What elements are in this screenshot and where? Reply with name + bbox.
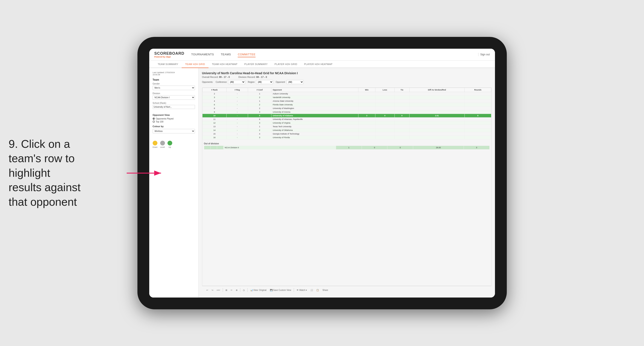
table-cell [464,125,491,128]
radio-opponents-played[interactable]: Opponents Played [153,118,195,120]
tab-team-h2h-heatmap[interactable]: TEAM H2H HEATMAP [208,61,241,68]
region-label: Region [248,81,255,83]
last-updated: Last Updated: 27/03/2024 16:55:38 [153,71,195,76]
table-row[interactable]: 9-3University of Arizona [202,110,491,114]
table-row[interactable]: 11-6University of Arkansas, Fayetteville [202,117,491,121]
gender-label: Gender [153,83,195,85]
nav-items: TOURNAMENTS TEAMS COMMITTEE [191,52,478,57]
table-row[interactable]: 2-1Auburn University [202,92,491,95]
od-win: 1 [336,146,362,149]
od-diff: 26.00 [413,146,464,149]
table-cell: - [226,99,248,103]
od-reg [210,146,217,149]
table-cell [394,128,409,132]
add-button[interactable]: ⊕ [235,289,238,292]
table-cell: - [226,132,248,136]
redo-button[interactable]: ↪ [211,289,214,292]
table-row[interactable]: 3-2Vanderbilt University [202,95,491,99]
table-cell: 3 [202,95,226,99]
nav-committee[interactable]: COMMITTEE [238,52,256,57]
table-row[interactable]: 10-5University of Alabama3002.618 [202,114,491,117]
conference-select[interactable]: (All) [228,80,245,84]
out-of-division-label: Out of division [204,142,490,145]
table-cell [409,103,464,106]
table-row[interactable]: 8-2University of Washington [202,106,491,110]
table-cell [394,95,409,99]
toolbar-div4 [294,288,294,292]
table-cell [464,132,491,136]
table-cell [358,128,375,132]
opponent-view-section: Opponent View Opponents Played Top 100 [153,114,195,123]
table-cell: 2 [248,128,272,132]
table-cell [394,125,409,128]
grid-header: University of North Carolina Head-to-Hea… [202,71,492,86]
nav-tournaments[interactable]: TOURNAMENTS [191,52,214,57]
table-cell: 10 [202,114,226,117]
school-input[interactable] [153,105,195,109]
layout-button[interactable]: ⬜ [310,289,314,292]
table-row[interactable]: 12-3University of Virginia [202,121,491,125]
table-row[interactable]: 14-2University of Oklahoma [202,128,491,132]
table-cell [394,117,409,121]
opponent-select[interactable]: (All) [286,80,304,84]
col-diff: Diff Av Strokes/Rnd [409,88,464,92]
table-cell: Arizona State University [272,99,358,103]
table-cell [409,110,464,114]
col-conf: # Conf [248,88,272,92]
division-select[interactable]: NCAA Division I [153,95,195,100]
tab-player-summary[interactable]: PLAYER SUMMARY [241,61,271,68]
legend-down-icon [153,141,158,145]
table-cell: Georgia Institute of Technology [272,132,358,136]
table-cell [464,117,491,121]
table-cell: University of Virginia [272,121,358,125]
save-custom-button[interactable]: 💾 Save Custom View [269,289,292,292]
tablet-frame: SCOREBOARD Powered by clippi TOURNAMENTS… [138,37,507,309]
table-cell [375,132,394,136]
tab-player-h2h-grid[interactable]: PLAYER H2H GRID [271,61,301,68]
undo-button[interactable]: ↩ [206,289,209,292]
copy-button[interactable]: 📋 [316,289,320,292]
out-of-division-section: Out of division NCAA Division II 1 [202,139,491,151]
table-row[interactable]: 13-1Texas Tech University [202,125,491,128]
region-select[interactable]: (All) [256,80,273,84]
nav-teams[interactable]: TEAMS [221,52,231,57]
left-panel: Last Updated: 27/03/2024 16:55:38 Team G… [149,68,199,298]
table-cell: - [226,106,248,110]
gender-select[interactable]: Men's [153,86,195,90]
table-cell [394,92,409,95]
table-cell [375,125,394,128]
watch-button[interactable]: 👁 Watch ▾ [296,289,308,292]
table-cell [358,106,375,110]
table-cell [394,121,409,125]
table-cell: 2 [248,95,272,99]
tab-player-h2h-heatmap[interactable]: PLAYER H2H HEATMAP [301,61,336,68]
tab-team-summary[interactable]: TEAM SUMMARY [154,61,182,68]
table-row[interactable]: 16-3University of Florida [202,136,491,139]
time-button[interactable]: ◷ [242,289,246,292]
view-original-button[interactable]: 📊 View: Original [249,289,267,292]
out-division-table: NCAA Division II 1 0 0 26.00 3 [204,146,490,149]
colour-by-section: Colour by Win/loss [153,125,195,136]
col-opponent: Opponent [272,88,358,92]
grid-button[interactable]: ⊞ [224,289,228,292]
sign-out-link[interactable]: Sign out [480,53,490,56]
table-row[interactable]: 4-1Arizona State University [202,99,491,103]
table-cell [375,106,394,110]
out-division-row[interactable]: NCAA Division II 1 0 0 26.00 3 [204,146,490,149]
table-row[interactable]: 15-4Georgia Institute of Technology [202,132,491,136]
table-cell [394,99,409,103]
table-row[interactable]: 6-2Florida State University [202,103,491,106]
table-cell [358,95,375,99]
cut-button[interactable]: ✂ [230,289,233,292]
radio-top100[interactable]: Top 100 [153,121,195,123]
share-button[interactable]: Share [322,289,329,292]
undo-all-button[interactable]: ↩↩ [216,289,221,292]
overall-record-label: Overall Record: 89 - 17 - 0 [202,76,230,78]
table-cell [358,92,375,95]
table-cell [409,136,464,139]
table-cell: 5 [248,114,272,117]
tab-team-h2h-grid[interactable]: TEAM H2H GRID [182,61,208,68]
table-cell: 13 [202,125,226,128]
colour-by-select[interactable]: Win/loss [153,129,195,133]
table-cell [464,106,491,110]
